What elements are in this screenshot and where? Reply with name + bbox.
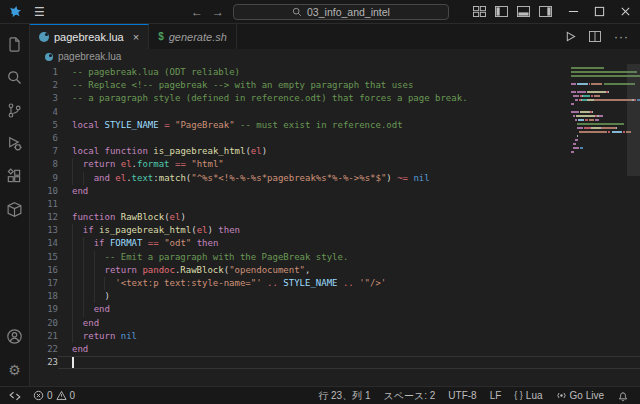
code-line[interactable]: 1-- pagebreak.lua (ODT reliable) — [30, 66, 640, 79]
code-line[interactable]: 3-- a paragraph style (defined in refere… — [30, 92, 640, 105]
code-token: == — [148, 238, 159, 248]
tab-close-icon[interactable]: × — [133, 32, 139, 43]
scrollbar-slider[interactable] — [627, 64, 640, 176]
line-number[interactable]: 15 — [30, 251, 58, 264]
code-token: ) — [262, 146, 267, 156]
line-number[interactable]: 23 — [30, 356, 58, 369]
menu-icon[interactable]: ☰ — [34, 6, 45, 18]
minimize-button[interactable] — [568, 6, 579, 17]
code-line[interactable]: 22end — [30, 343, 640, 356]
indent-guide — [72, 330, 83, 343]
code-line[interactable]: 11 — [30, 198, 640, 211]
line-number[interactable]: 19 — [30, 303, 58, 316]
code-line[interactable]: 16return pandoc.RawBlock("opendocument", — [30, 264, 640, 277]
language-mode-status[interactable]: { } Lua — [508, 391, 548, 401]
code-editor[interactable]: 1-- pagebreak.lua (ODT reliable)2-- Repl… — [30, 64, 640, 386]
code-line[interactable]: 12function RawBlock(el) — [30, 211, 640, 224]
code-token: "opendocument" — [229, 265, 305, 275]
code-line[interactable]: 14if FORMAT == "odt" then — [30, 237, 640, 250]
indent-guide — [94, 290, 105, 303]
code-line[interactable]: 21return nil — [30, 330, 640, 343]
indent-guide — [83, 277, 94, 290]
minimap-line — [571, 127, 625, 129]
line-number[interactable]: 13 — [30, 224, 58, 237]
nav-back-icon[interactable]: ← — [191, 6, 203, 18]
line-number[interactable]: 16 — [30, 264, 58, 277]
editor-scrollbar[interactable] — [627, 64, 640, 386]
code-line[interactable]: 17'<text:p text:style-name="' .. STYLE_N… — [30, 277, 640, 290]
code-line[interactable]: 23 — [30, 356, 640, 369]
code-line[interactable]: 4 — [30, 106, 640, 119]
code-token: if — [83, 225, 94, 235]
tab-generate-sh[interactable]: $ generate.sh — [149, 24, 237, 49]
line-number[interactable]: 18 — [30, 290, 58, 303]
customize-layout-icon[interactable] — [473, 6, 486, 17]
line-number[interactable]: 2 — [30, 79, 58, 92]
run-debug-icon[interactable] — [0, 127, 30, 160]
minimap-token — [577, 91, 585, 93]
code-token: == — [175, 159, 186, 169]
toggle-primary-sidebar-icon[interactable] — [495, 6, 508, 17]
code-line[interactable]: 18) — [30, 290, 640, 303]
explorer-icon[interactable] — [0, 28, 30, 61]
nav-forward-icon[interactable]: → — [212, 6, 224, 18]
line-number[interactable]: 4 — [30, 106, 58, 119]
code-line[interactable]: 2-- Replace <!-- pagebreak --> with an e… — [30, 79, 640, 92]
code-line[interactable]: 20end — [30, 317, 640, 330]
line-number[interactable]: 8 — [30, 158, 58, 171]
source-control-icon[interactable] — [0, 94, 30, 127]
minimap-token — [592, 111, 593, 113]
go-live-status[interactable]: Go Live — [550, 390, 610, 401]
code-line[interactable]: 5local STYLE_NAME = "PageBreak" -- must … — [30, 119, 640, 132]
maximize-button[interactable] — [594, 6, 605, 17]
breadcrumb[interactable]: pagebreak.lua — [30, 49, 640, 64]
line-content: -- pagebreak.lua (ODT reliable) — [58, 66, 640, 79]
accounts-icon[interactable] — [0, 320, 30, 353]
line-number[interactable]: 9 — [30, 172, 58, 185]
app-logo-icon — [8, 4, 23, 19]
line-number[interactable]: 22 — [30, 343, 58, 356]
indentation-status[interactable]: スペース: 2 — [377, 391, 441, 401]
line-number[interactable]: 17 — [30, 277, 58, 290]
more-actions-button[interactable]: ··· — [614, 31, 629, 43]
run-file-button[interactable] — [565, 31, 576, 42]
code-token: "PageBreak" — [175, 120, 235, 130]
extensions-icon[interactable] — [0, 160, 30, 193]
code-line[interactable]: 19end — [30, 303, 640, 316]
package-cube-icon[interactable] — [0, 193, 30, 226]
line-number[interactable]: 14 — [30, 237, 58, 250]
notifications-bell[interactable] — [611, 390, 635, 402]
line-number[interactable]: 7 — [30, 145, 58, 158]
line-number[interactable]: 10 — [30, 185, 58, 198]
toggle-secondary-sidebar-icon[interactable] — [539, 6, 552, 17]
line-number[interactable]: 20 — [30, 317, 58, 330]
code-line[interactable]: 13if is_pagebreak_html(el) then — [30, 224, 640, 237]
cursor-position-status[interactable]: 行 23、列 1 — [312, 391, 376, 401]
minimap[interactable] — [571, 67, 625, 159]
code-line[interactable]: 7local function is_pagebreak_html(el) — [30, 145, 640, 158]
code-line[interactable]: 8return el.format == "html" — [30, 158, 640, 171]
remote-indicator[interactable] — [5, 390, 25, 402]
split-editor-button[interactable] — [589, 31, 601, 42]
line-number[interactable]: 3 — [30, 92, 58, 105]
toggle-panel-icon[interactable] — [517, 6, 530, 17]
code-line[interactable]: 9and el.text:match("^%s*<!%-%-%s*pagebre… — [30, 172, 640, 185]
search-sidebar-icon[interactable] — [0, 61, 30, 94]
minimap-token — [571, 111, 579, 113]
tab-pagebreak-lua[interactable]: pagebreak.lua × — [30, 24, 149, 49]
problems-indicator[interactable]: 0 0 — [29, 390, 79, 401]
line-number[interactable]: 12 — [30, 211, 58, 224]
line-number[interactable]: 5 — [30, 119, 58, 132]
command-center[interactable]: 03_info_and_intel — [233, 4, 449, 20]
code-line[interactable]: 6 — [30, 132, 640, 145]
code-line[interactable]: 15-- Emit a paragraph with the PageBreak… — [30, 251, 640, 264]
line-number[interactable]: 11 — [30, 198, 58, 211]
settings-gear-icon[interactable]: ⚙ — [0, 353, 30, 386]
close-button[interactable] — [620, 6, 631, 17]
line-number[interactable]: 21 — [30, 330, 58, 343]
line-number[interactable]: 6 — [30, 132, 58, 145]
code-line[interactable]: 10end — [30, 185, 640, 198]
encoding-status[interactable]: UTF-8 — [442, 391, 482, 401]
line-number[interactable]: 1 — [30, 66, 58, 79]
eol-status[interactable]: LF — [484, 391, 508, 401]
